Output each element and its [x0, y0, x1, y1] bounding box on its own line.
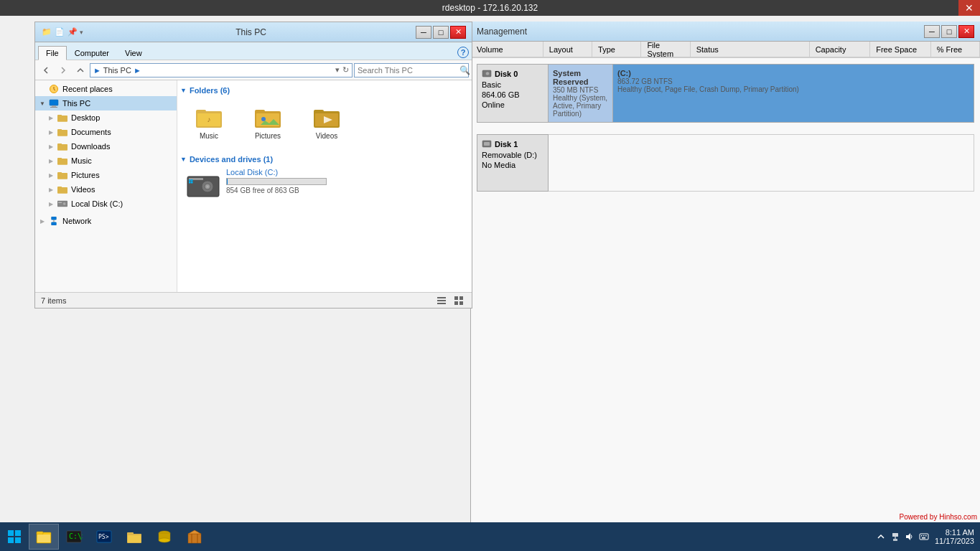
sidebar-item-label-thispc: This PC [62, 99, 90, 108]
address-refresh[interactable]: ↻ [342, 65, 349, 75]
sidebar-item-thispc[interactable]: ▼ This PC [35, 96, 177, 110]
tray-icons [876, 532, 929, 542]
start-button[interactable] [0, 522, 29, 551]
sidebar-item-downloads[interactable]: ▶ Downloads [35, 139, 177, 154]
svg-rect-43 [437, 297, 446, 298]
search-input[interactable] [358, 66, 457, 75]
taskbar-btn-powershell[interactable]: PS> [89, 524, 119, 550]
taskbar-btn-db[interactable] [149, 524, 179, 550]
svg-text:PS>: PS> [98, 534, 109, 540]
disk-1-title: Disk 1 [482, 139, 543, 149]
devices-section-header: ▼ Devices and drives (1) [180, 152, 469, 165]
thispc-icon [48, 98, 60, 109]
drive-c-name: Local Disk (C:) [226, 168, 327, 176]
help-btn[interactable]: ? [457, 47, 469, 58]
folder-item-videos[interactable]: Videos [298, 98, 355, 146]
disk-partition-system-reserved[interactable]: System Reserved 350 MB NTFS Healthy (Sys… [549, 65, 613, 122]
main-content-area: ▼ Folders (6) ♪ Music [177, 80, 472, 292]
nav-up-btn[interactable] [73, 63, 88, 77]
sidebar-item-localdisk[interactable]: ▶ Local Disk (C:) [35, 197, 177, 211]
quick-access-dropdown[interactable]: ▾ [80, 29, 83, 36]
taskbar-btn-package[interactable] [179, 524, 210, 550]
mgmt-minimize-btn[interactable]: ─ [924, 25, 940, 38]
tray-up-arrow[interactable] [876, 532, 886, 542]
view-tiles-btn[interactable] [452, 295, 466, 306]
explorer-close-btn[interactable]: ✕ [450, 26, 466, 39]
taskbar-tray: 8:11 AM 11/17/2023 [876, 528, 980, 545]
folder-item-videos-label: Videos [316, 132, 337, 140]
quick-access-icon[interactable]: 📁 [41, 27, 52, 38]
thispc-expander[interactable]: ▼ [38, 99, 47, 108]
music-expander[interactable]: ▶ [47, 156, 55, 165]
quick-access-new[interactable]: 📄 [54, 27, 65, 38]
folders-grid: ♪ Music [180, 96, 469, 148]
col-capacity: Capacity [810, 42, 871, 57]
tray-network-icon[interactable] [890, 532, 900, 542]
disk-0-partitions: System Reserved 350 MB NTFS Healthy (Sys… [549, 64, 974, 123]
svg-rect-81 [923, 535, 925, 537]
tray-keyboard-icon[interactable] [919, 532, 929, 542]
sidebar-item-music[interactable]: ▶ Music [35, 154, 177, 168]
ribbon-tabs: File Computer View ? [35, 42, 472, 60]
desktop-folder-icon [57, 112, 68, 123]
disk-partition-c[interactable]: (C:) 863.72 GB NTFS Healthy (Boot, Page … [613, 65, 974, 122]
device-item-c[interactable]: Local Disk (C:) 854 GB free of 863 GB [180, 165, 469, 205]
search-box[interactable]: 🔍 [354, 63, 469, 77]
svg-rect-15 [57, 187, 62, 189]
sidebar-item-recent[interactable]: Recent places [35, 82, 177, 96]
taskbar-btn-explorer[interactable] [29, 524, 59, 550]
title-bar-close-btn[interactable]: ✕ [958, 0, 980, 16]
svg-text:♪: ♪ [207, 116, 211, 123]
taskbar-db-icon [156, 528, 173, 545]
videos-expander[interactable]: ▶ [47, 185, 55, 194]
item-count: 7 items [41, 296, 66, 305]
taskbar-btn-folder[interactable] [119, 524, 149, 550]
downloads-expander[interactable]: ▶ [47, 142, 55, 151]
svg-rect-40 [191, 179, 193, 182]
nav-back-btn[interactable] [38, 63, 54, 77]
clock[interactable]: 8:11 AM 11/17/2023 [935, 528, 974, 545]
sidebar-item-pictures[interactable]: ▶ Pictures [35, 168, 177, 182]
devices-section-title: Devices and drives (1) [190, 155, 273, 164]
desktop-expander[interactable]: ▶ [47, 113, 55, 122]
sidebar-item-videos[interactable]: ▶ Videos [35, 182, 177, 197]
tab-file[interactable]: File [38, 46, 67, 60]
mgmt-maximize-btn[interactable]: □ [941, 25, 957, 38]
sidebar-item-network[interactable]: ▶ Network [35, 214, 177, 228]
address-dropdown[interactable]: ▾ [335, 65, 340, 75]
tab-computer[interactable]: Computer [67, 46, 117, 60]
svg-rect-9 [57, 143, 62, 146]
sidebar-item-label-pictures: Pictures [71, 171, 100, 179]
devices-collapse-arrow[interactable]: ▼ [180, 156, 187, 163]
mgmt-table-header: Volume Layout Type File System Status Ca… [471, 42, 980, 57]
view-details-btn[interactable] [434, 295, 449, 306]
explorer-maximize-btn[interactable]: □ [433, 26, 449, 39]
watermark: Powered by Hinhso.com [900, 513, 977, 521]
pictures-expander[interactable]: ▶ [47, 171, 55, 179]
svg-rect-53 [484, 142, 490, 146]
recent-expander[interactable] [38, 85, 47, 93]
mgmt-close-btn[interactable]: ✕ [958, 25, 974, 38]
sidebar-item-documents[interactable]: ▶ Documents [35, 125, 177, 139]
network-icon [48, 215, 60, 227]
taskbar-btn-terminal[interactable]: C:\> [59, 524, 89, 550]
folders-collapse-arrow[interactable]: ▼ [180, 87, 187, 94]
address-path[interactable]: ► This PC ► ▾ ↻ [90, 63, 353, 77]
localdisk-expander[interactable]: ▶ [47, 199, 55, 208]
svg-text:C:\>: C:\> [69, 532, 83, 540]
sidebar: Recent places ▼ This PC ▶ Desktop ▶ [35, 80, 177, 292]
sidebar-item-desktop[interactable]: ▶ Desktop [35, 110, 177, 125]
explorer-minimize-btn[interactable]: ─ [416, 26, 431, 39]
disk-0-size: 864.06 GB [482, 90, 543, 99]
svg-rect-83 [922, 537, 925, 539]
svg-rect-44 [437, 300, 446, 301]
folder-item-pictures[interactable]: Pictures [239, 98, 297, 146]
quick-access-pin[interactable]: 📌 [67, 27, 78, 38]
tab-view[interactable]: View [117, 46, 150, 60]
folder-item-music[interactable]: ♪ Music [180, 98, 238, 146]
mgmt-window-controls: ─ □ ✕ [924, 25, 974, 38]
nav-forward-btn[interactable] [55, 63, 71, 77]
documents-expander[interactable]: ▶ [47, 128, 55, 136]
network-expander[interactable]: ▶ [38, 217, 47, 225]
tray-volume-icon[interactable] [905, 532, 915, 542]
